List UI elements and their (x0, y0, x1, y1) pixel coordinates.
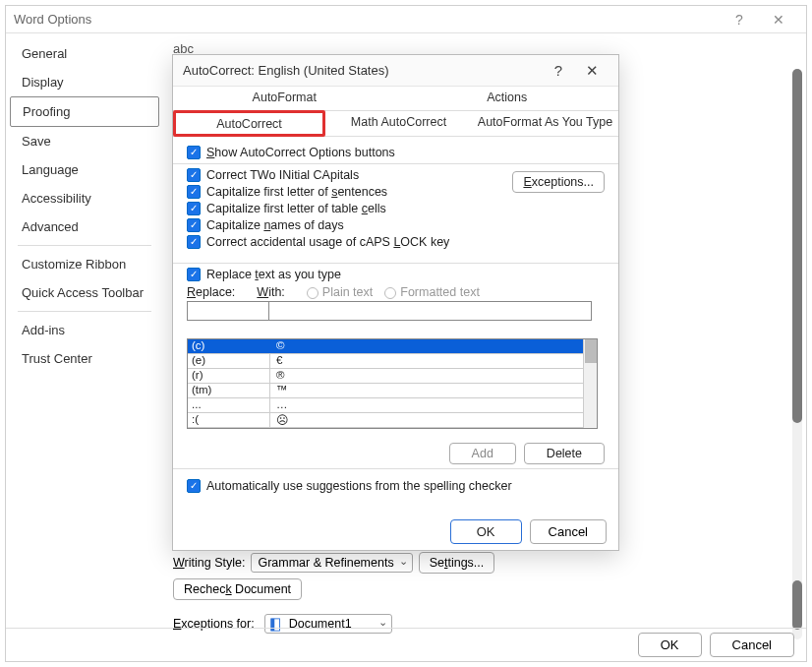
settings-button[interactable]: Settings... (419, 552, 495, 574)
auto-suggest-checkbox[interactable] (187, 479, 201, 493)
caps-lock-row: Correct accidental usage of cAPS LOCK ke… (187, 235, 605, 249)
tab-autoformat-as-you-type[interactable]: AutoFormat As You Type (472, 111, 618, 136)
outer-titlebar: Word Options ? ✕ (6, 6, 806, 33)
tab-actions[interactable]: Actions (396, 87, 619, 110)
autocorrect-table: (c) © (e) € (r) ® (tm) ™ ... … (187, 338, 598, 429)
sidebar-item-advanced[interactable]: Advanced (10, 212, 159, 241)
help-icon[interactable]: ? (720, 12, 759, 28)
inner-cancel-button[interactable]: Cancel (530, 519, 607, 544)
replace-cell: :( (188, 413, 270, 427)
replace-header: Replace: With: Plain text Formatted text (187, 285, 605, 299)
sidebar-item-display[interactable]: Display (10, 68, 159, 96)
capitalize-table-checkbox[interactable] (187, 202, 201, 215)
radio-plain-text[interactable]: Plain text (307, 285, 373, 299)
tab-autocorrect[interactable]: AutoCorrect (173, 110, 325, 137)
delete-button[interactable]: Delete (524, 443, 605, 464)
close-icon[interactable]: ✕ (759, 12, 798, 28)
sidebar-item-quick-access-toolbar[interactable]: Quick Access Toolbar (10, 278, 159, 307)
radio-group: Plain text Formatted text (307, 285, 480, 299)
sidebar-separator (18, 245, 151, 246)
outer-title: Word Options (14, 12, 720, 27)
sidebar-item-trust-center[interactable]: Trust Center (10, 344, 159, 373)
sidebar-item-save[interactable]: Save (10, 127, 159, 155)
table-scrollbar-thumb[interactable] (585, 339, 597, 363)
capitalize-days-row: Capitalize names of days (187, 218, 605, 232)
correct-two-initial-checkbox[interactable] (187, 168, 201, 182)
add-button[interactable]: Add (449, 443, 516, 464)
replace-input[interactable] (187, 301, 269, 321)
with-cell: ® (270, 369, 585, 383)
divider (173, 468, 618, 469)
inner-content: Show AutoCorrect Options buttons Correct… (173, 137, 618, 506)
exceptions-button[interactable]: Exceptions... (512, 171, 605, 193)
replace-label: Replace: (187, 285, 235, 299)
sidebar-item-general[interactable]: General (10, 39, 159, 68)
capitalize-sentence-label: Capitalize first letter of sentences (206, 185, 387, 199)
table-row[interactable]: ... … (188, 398, 585, 413)
outer-footer: OK Cancel (6, 628, 806, 661)
table-scrollbar[interactable] (583, 339, 597, 428)
correct-two-initial-label: Correct TWo INitial CApitals (206, 168, 359, 182)
radio-icon (384, 287, 396, 299)
sidebar-item-add-ins[interactable]: Add-ins (10, 316, 159, 344)
capitalize-days-checkbox[interactable] (187, 218, 201, 232)
outer-ok-button[interactable]: OK (638, 633, 702, 657)
with-cell: © (270, 339, 585, 353)
replace-inputs (187, 301, 605, 321)
replace-text-label: Replace text as you type (206, 268, 341, 281)
caps-lock-checkbox[interactable] (187, 235, 201, 249)
sidebar-item-customize-ribbon[interactable]: Customize Ribbon (10, 250, 159, 278)
auto-suggest-label: Automatically use suggestions from the s… (206, 479, 512, 493)
capitalize-sentence-checkbox[interactable] (187, 185, 201, 199)
table-row[interactable]: (r) ® (188, 369, 585, 384)
add-delete-row: Add Delete (187, 443, 605, 464)
show-options-label: Show AutoCorrect Options buttons (206, 146, 395, 159)
radio-formatted-text[interactable]: Formatted text (384, 285, 480, 299)
caps-lock-label: Correct accidental usage of cAPS LOCK ke… (206, 235, 449, 249)
capitalize-table-row: Capitalize first letter of table cells (187, 202, 605, 215)
replace-cell: ... (188, 398, 270, 412)
capitalize-table-label: Capitalize first letter of table cells (206, 202, 386, 215)
show-options-row: Show AutoCorrect Options buttons (187, 146, 605, 159)
tab-math-autocorrect[interactable]: Math AutoCorrect (325, 111, 472, 136)
replace-cell: (e) (188, 354, 270, 368)
sidebar-item-language[interactable]: Language (10, 155, 159, 184)
inner-help-icon[interactable]: ? (542, 62, 575, 79)
with-cell: € (270, 354, 585, 368)
with-cell: ☹ (270, 413, 585, 427)
writing-style-label: Writing Style: (173, 556, 245, 570)
autocorrect-dialog: AutoCorrect: English (United States) ? ✕… (172, 54, 619, 551)
capitalize-days-label: Capitalize names of days (206, 218, 344, 232)
divider (173, 263, 618, 264)
radio-icon (307, 287, 319, 299)
tab-row-top: AutoFormat Actions (173, 87, 618, 111)
inner-title: AutoCorrect: English (United States) (183, 63, 542, 78)
table-row[interactable]: (c) © (188, 339, 585, 354)
sidebar: General Display Proofing Save Language A… (6, 33, 163, 630)
main-scrollbar[interactable] (792, 69, 802, 639)
writing-style-row: Writing Style: Grammar & Refinements Set… (173, 552, 494, 574)
inner-ok-button[interactable]: OK (450, 519, 522, 544)
tab-row-bottom: AutoCorrect Math AutoCorrect AutoFormat … (173, 111, 618, 137)
with-cell: … (270, 398, 585, 412)
inner-close-icon[interactable]: ✕ (575, 62, 609, 80)
table-row[interactable]: (tm) ™ (188, 384, 585, 398)
sidebar-separator (18, 311, 151, 312)
tab-autoformat[interactable]: AutoFormat (173, 87, 396, 110)
with-label: With: (257, 285, 285, 299)
writing-style-select[interactable]: Grammar & Refinements (251, 553, 412, 573)
recheck-document-button[interactable]: Recheck Document (173, 578, 302, 600)
outer-cancel-button[interactable]: Cancel (710, 633, 794, 657)
table-row[interactable]: :( ☹ (188, 413, 585, 428)
with-input[interactable] (269, 301, 592, 321)
auto-suggest-row: Automatically use suggestions from the s… (187, 479, 605, 493)
sidebar-item-proofing[interactable]: Proofing (10, 96, 159, 127)
replace-text-checkbox[interactable] (187, 268, 201, 281)
table-row[interactable]: (e) € (188, 354, 585, 369)
divider (173, 163, 618, 164)
scrollbar-thumb-top[interactable] (792, 69, 802, 423)
sidebar-item-accessibility[interactable]: Accessibility (10, 184, 159, 212)
replace-cell: (r) (188, 369, 270, 383)
scrollbar-thumb-bottom[interactable] (792, 580, 802, 630)
show-options-checkbox[interactable] (187, 146, 201, 159)
